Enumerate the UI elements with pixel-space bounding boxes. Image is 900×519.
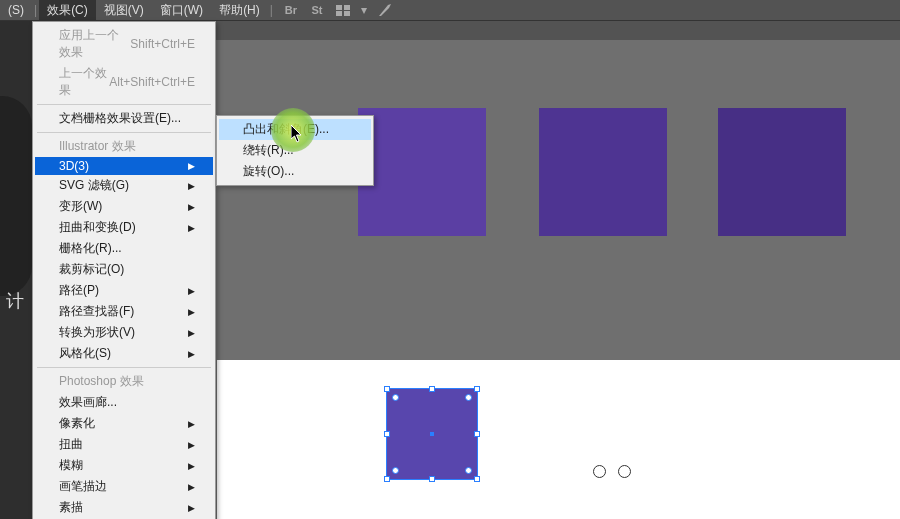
menu-last-effect[interactable]: 上一个效果 Alt+Shift+Ctrl+E [35,63,213,101]
menu-label: 栅格化(R)... [59,240,122,257]
submenu-arrow-icon: ▶ [188,503,195,513]
menu-divider [37,132,211,133]
circle-objects [593,465,631,478]
menu-divider [37,104,211,105]
dropdown-triangle-icon[interactable]: ▾ [361,3,367,17]
circle-2[interactable] [618,465,631,478]
left-char: 计 [6,289,24,313]
menu-item[interactable]: 3D(3)▶ [35,157,213,175]
anchor-point[interactable] [465,467,472,474]
menu-section-photoshop: Photoshop 效果 [35,371,213,392]
menu-doc-raster[interactable]: 文档栅格效果设置(E)... [35,108,213,129]
menu-shortcut: Alt+Shift+Ctrl+E [109,75,195,89]
anchor-point[interactable] [392,467,399,474]
menu-item[interactable]: 扭曲▶ [35,434,213,455]
submenu-3d: 凸出和斜角(E)...绕转(R)...旋转(O)... [216,115,374,186]
submenu-arrow-icon: ▶ [188,307,195,317]
menu-label: 裁剪标记(O) [59,261,124,278]
menubar: (S) | 效果(C) 视图(V) 窗口(W) 帮助(H) | Br St ▾ [0,0,900,21]
menu-apply-last-effect[interactable]: 应用上一个效果 Shift+Ctrl+E [35,25,213,63]
menu-item[interactable]: 转换为形状(V)▶ [35,322,213,343]
anchor-point[interactable] [392,394,399,401]
menu-item[interactable]: 模糊▶ [35,455,213,476]
submenu-arrow-icon: ▶ [188,161,195,171]
submenu-arrow-icon: ▶ [188,223,195,233]
feather-icon[interactable] [377,2,393,18]
resize-handle-se[interactable] [474,476,480,482]
bridge-icon[interactable]: Br [283,2,299,18]
resize-handle-sw[interactable] [384,476,390,482]
menu-s[interactable]: (S) [0,0,32,20]
menu-help[interactable]: 帮助(H) [211,0,268,20]
submenu-arrow-icon: ▶ [188,349,195,359]
menu-label: 路径查找器(F) [59,303,134,320]
resize-handle-e[interactable] [474,431,480,437]
menu-shortcut: Shift+Ctrl+E [130,37,195,51]
menu-item[interactable]: 风格化(S)▶ [35,343,213,364]
menu-item[interactable]: 栅格化(R)... [35,238,213,259]
resize-handle-w[interactable] [384,431,390,437]
purple-square-3[interactable] [718,108,846,236]
anchor-point[interactable] [465,394,472,401]
menu-item[interactable]: 路径(P)▶ [35,280,213,301]
svg-rect-0 [336,5,342,10]
menu-label: 变形(W) [59,198,102,215]
menu-window[interactable]: 窗口(W) [152,0,211,20]
menu-item[interactable]: 效果画廊... [35,392,213,413]
submenu-arrow-icon: ▶ [188,419,195,429]
submenu-item[interactable]: 绕转(R)... [219,140,371,161]
menu-item[interactable]: 路径查找器(F)▶ [35,301,213,322]
selected-object[interactable] [386,388,478,480]
left-panel: 计 [0,21,32,519]
menu-separator: | [268,3,275,17]
menu-label: 画笔描边 [59,478,107,495]
submenu-arrow-icon: ▶ [188,461,195,471]
menu-label: 效果画廊... [59,394,117,411]
submenu-arrow-icon: ▶ [188,440,195,450]
menu-item[interactable]: 扭曲和变换(D)▶ [35,217,213,238]
circle-1[interactable] [593,465,606,478]
menu-label: 上一个效果 [59,65,109,99]
menu-item[interactable]: 素描▶ [35,497,213,518]
menu-label: 文档栅格效果设置(E)... [59,110,181,127]
purple-square-1[interactable] [358,108,486,236]
menu-section-illustrator: Illustrator 效果 [35,136,213,157]
purple-square-2[interactable] [539,108,667,236]
resize-handle-s[interactable] [429,476,435,482]
menu-label: 转换为形状(V) [59,324,135,341]
menu-label: 风格化(S) [59,345,111,362]
menu-label: 像素化 [59,415,95,432]
menu-item[interactable]: 变形(W)▶ [35,196,213,217]
menu-label: 应用上一个效果 [59,27,130,61]
menu-label: 扭曲 [59,436,83,453]
windows-icon[interactable] [335,2,351,18]
menu-item[interactable]: SVG 滤镜(G)▶ [35,175,213,196]
submenu-arrow-icon: ▶ [188,202,195,212]
effects-dropdown: 应用上一个效果 Shift+Ctrl+E 上一个效果 Alt+Shift+Ctr… [32,21,216,519]
menu-label: 扭曲和变换(D) [59,219,136,236]
resize-handle-nw[interactable] [384,386,390,392]
menu-divider [37,367,211,368]
submenu-item[interactable]: 旋转(O)... [219,161,371,182]
resize-handle-n[interactable] [429,386,435,392]
submenu-arrow-icon: ▶ [188,181,195,191]
menu-item[interactable]: 裁剪标记(O) [35,259,213,280]
left-shape [0,96,32,296]
svg-rect-2 [336,11,342,16]
menu-item[interactable]: 像素化▶ [35,413,213,434]
stock-icon[interactable]: St [309,2,325,18]
resize-handle-ne[interactable] [474,386,480,392]
artboard[interactable] [217,360,900,519]
submenu-arrow-icon: ▶ [188,482,195,492]
menu-item[interactable]: 画笔描边▶ [35,476,213,497]
svg-rect-3 [344,11,350,16]
menu-effects[interactable]: 效果(C) [39,0,96,20]
submenu-arrow-icon: ▶ [188,286,195,296]
toolbar-icons: Br St ▾ [283,2,393,18]
submenu-arrow-icon: ▶ [188,328,195,338]
menu-view[interactable]: 视图(V) [96,0,152,20]
submenu-item[interactable]: 凸出和斜角(E)... [219,119,371,140]
menu-label: SVG 滤镜(G) [59,177,129,194]
center-point[interactable] [430,432,434,436]
menu-label: 3D(3) [59,159,89,173]
